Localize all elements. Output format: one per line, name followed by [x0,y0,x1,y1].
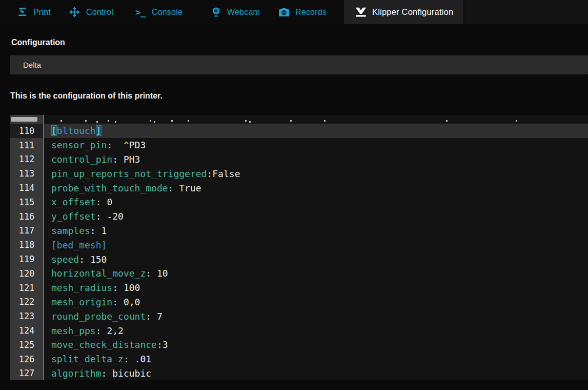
editor-line-116[interactable]: 116 y_offset: -20 [10,209,588,224]
line-number: 110 [19,126,35,136]
editor-line-118[interactable]: 118 [bed_mesh] [10,238,588,252]
editor-line-117[interactable]: 117 samples: 1 [10,224,588,238]
line-content: mesh_origin: 0,0 [44,295,588,309]
webcam-icon [209,6,222,19]
line-number: 127 [19,368,35,378]
line-content: control_pin: PH3 [44,152,588,167]
line-number: 120 [19,268,35,279]
tab-klipper-configuration[interactable]: Klipper Configuration [344,0,463,24]
move-arrows-icon [68,6,82,19]
editor-line-127[interactable]: 127 algorithm: bicubic [10,366,588,381]
editor-line-115[interactable]: 115 x_offset: 0 [10,195,588,209]
line-content: y_offset: -20 [44,209,588,224]
line-content: mesh_radius: 100 [44,281,588,295]
page-title: Configuration [11,38,588,47]
terminal-icon: >_ [134,6,147,19]
line-content: mesh_pps: 2,2 [44,323,588,338]
line-content: samples: 1 [44,224,588,238]
line-number: 116 [19,211,35,222]
line-content: sensor_pin: ^PD3 [44,138,588,152]
tab-control[interactable]: Control [60,0,121,24]
line-content: probe_with_touch_mode: True [44,181,588,195]
tab-print[interactable]: Print [7,0,59,24]
line-content: x_offset: 0 [44,195,588,209]
download-icon [354,6,368,19]
editor-line-113[interactable]: 113 pin_up_reports_not_triggered:False [10,166,588,181]
config-description: This is the configuration of this printe… [10,91,588,101]
clipped-line [44,115,588,124]
printer-3d-icon [15,6,29,19]
line-number: 115 [19,197,35,207]
editor-line-126[interactable]: 126 split_delta_z: .01 [10,352,588,366]
config-file-name: Delta [23,61,41,69]
config-editor[interactable]: 110 [bltouch] 111 sensor_pin: ^PD3 112 c… [10,115,588,380]
tab-bar: Print Control >_ Console Webcam Records … [0,0,588,24]
tab-console[interactable]: >_ Console [126,0,191,24]
line-content: [bed_mesh] [44,238,588,252]
line-number: 124 [19,325,35,336]
editor-lines: 110 [bltouch] 111 sensor_pin: ^PD3 112 c… [10,124,588,380]
tabs: Print Control >_ Console Webcam Records … [0,0,464,24]
line-number: 126 [19,354,35,364]
editor-line-119[interactable]: 119 speed: 150 [10,252,588,266]
editor-line-124[interactable]: 124 mesh_pps: 2,2 [10,323,588,338]
line-number: 121 [19,283,35,293]
line-content: speed: 150 [44,252,588,266]
line-number: 119 [19,254,35,264]
line-content: move_check_distance:3 [44,338,588,352]
line-content: pin_up_reports_not_triggered:False [44,166,588,181]
editor-line-121[interactable]: 121 mesh_radius: 100 [10,281,588,295]
line-number: 113 [19,168,35,179]
line-content: horizontal_move_z: 10 [44,266,588,281]
line-number: 123 [19,311,35,321]
editor-line-110[interactable]: 110 [bltouch] [10,124,588,138]
line-content: round_probe_count: 7 [44,309,588,323]
clipped-line-fragment [51,115,588,124]
editor-line-122[interactable]: 122 mesh_origin: 0,0 [10,295,588,309]
editor-line-123[interactable]: 123 round_probe_count: 7 [10,309,588,323]
line-number: 114 [19,183,35,193]
editor-line-114[interactable]: 114 probe_with_touch_mode: True [10,181,588,195]
tab-records[interactable]: Records [269,0,335,24]
line-number: 112 [19,154,35,164]
line-number: 125 [19,340,35,350]
editor-line-125[interactable]: 125 move_check_distance:3 [10,338,588,352]
line-number: 118 [19,240,35,250]
gutter-top [10,115,44,124]
line-number: 111 [19,140,35,150]
clipped-editor-row [10,115,588,124]
camera-records-icon [277,6,291,19]
tabbar-filler [464,0,588,24]
line-number: 117 [19,225,35,236]
line-content: algorithm: bicubic [44,366,588,381]
editor-line-120[interactable]: 120 horizontal_move_z: 10 [10,266,588,281]
line-content: [bltouch] [44,124,588,138]
tab-webcam[interactable]: Webcam [201,0,268,24]
editor-line-112[interactable]: 112 control_pin: PH3 [10,152,588,167]
line-content: split_delta_z: .01 [44,352,588,366]
line-number: 122 [19,297,35,307]
editor-line-111[interactable]: 111 sensor_pin: ^PD3 [10,138,588,152]
config-file-selector[interactable]: Delta [10,55,588,74]
scrollbar-thumb[interactable] [11,117,37,122]
